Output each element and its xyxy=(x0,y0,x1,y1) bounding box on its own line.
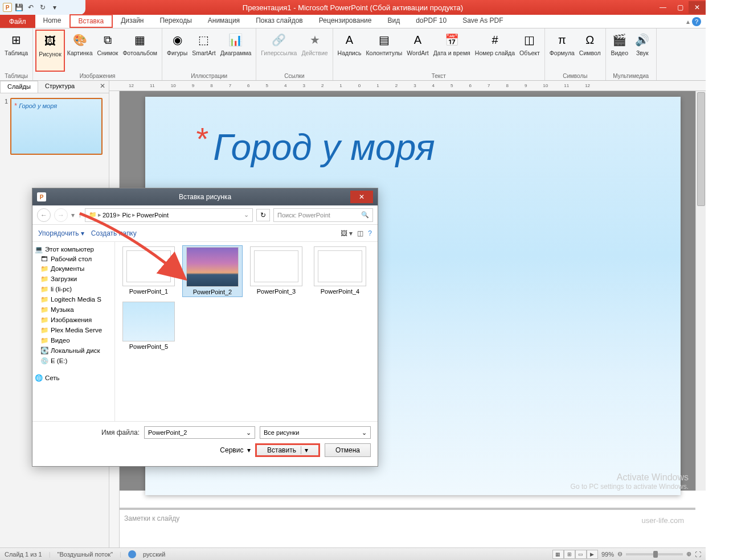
slide-thumbnail[interactable]: 1 * Город у моря xyxy=(5,98,104,155)
service-button[interactable]: Сервис ▾ xyxy=(220,446,251,454)
search-icon[interactable]: 🔍 xyxy=(361,211,369,219)
ribbon-номер-слайда-button[interactable]: #Номер слайда xyxy=(473,30,517,72)
ribbon-фигуры-button[interactable]: ◉Фигуры xyxy=(165,30,190,72)
maximize-button[interactable]: ▢ xyxy=(671,1,689,14)
nav-forward-button[interactable]: → xyxy=(54,208,68,222)
minimize-button[interactable]: — xyxy=(654,1,671,14)
tree-item[interactable]: 🌐Сеть xyxy=(32,373,114,383)
tab-slideshow[interactable]: Показ слайдов xyxy=(248,15,311,28)
file-list[interactable]: PowerPoint_1PowerPoint_2PowerPoint_3Powe… xyxy=(115,242,378,421)
dialog-titlebar[interactable]: P Вставка рисунка ✕ xyxy=(32,188,378,205)
scrollbar-thumb[interactable] xyxy=(697,92,705,206)
tab-saveaspdf[interactable]: Save As PDF xyxy=(454,15,511,28)
zoom-handle[interactable] xyxy=(653,551,658,558)
ribbon-колонтитулы-button[interactable]: ▤Колонтитулы xyxy=(363,30,404,72)
tab-animations[interactable]: Анимация xyxy=(200,15,248,28)
tab-dopdf[interactable]: doPDF 10 xyxy=(408,15,454,28)
ribbon-объект-button[interactable]: ◫Объект xyxy=(517,30,542,72)
normal-view-button[interactable]: ▦ xyxy=(552,550,564,559)
tab-view[interactable]: Вид xyxy=(379,15,408,28)
chevron-down-icon[interactable]: ▾ xyxy=(71,211,75,219)
ribbon-гиперссылка-button[interactable]: 🔗Гиперссылка xyxy=(259,30,299,72)
ribbon-видео-button[interactable]: 🎬Видео xyxy=(608,30,631,72)
reading-view-button[interactable]: ▭ xyxy=(575,550,587,559)
ribbon-wordart-button[interactable]: AWordArt xyxy=(404,30,431,72)
search-input[interactable]: Поиск: PowerPoint 🔍 xyxy=(273,208,373,222)
preview-pane-button[interactable]: ◫ xyxy=(357,229,363,237)
breadcrumb-item[interactable]: 2019 xyxy=(103,212,116,219)
ribbon-диаграмма-button[interactable]: 📊Диаграмма xyxy=(218,30,254,72)
undo-button[interactable]: ↶ xyxy=(26,2,36,13)
zoom-in-icon[interactable]: ⊕ xyxy=(686,550,691,558)
redo-button[interactable]: ↻ xyxy=(38,2,48,13)
tab-insert[interactable]: Вставка xyxy=(69,14,113,28)
status-language[interactable]: русский xyxy=(143,551,165,558)
nav-up-button[interactable]: ↑ xyxy=(78,211,81,219)
qat-more-button[interactable]: ▾ xyxy=(50,2,60,13)
tree-item[interactable]: 📁Музыка xyxy=(32,304,114,315)
panel-tab-slides[interactable]: Слайды xyxy=(0,81,38,93)
crumb-chevron-icon[interactable]: ▸ xyxy=(98,211,101,219)
breadcrumb-item[interactable]: Pic xyxy=(122,212,130,219)
tab-home[interactable]: Home xyxy=(35,15,69,28)
file-item[interactable]: PowerPoint_2 xyxy=(182,245,243,297)
dialog-help-icon[interactable]: ? xyxy=(368,229,372,237)
notes-pane[interactable]: Заметки к слайду user-life.com xyxy=(120,508,695,547)
zoom-level[interactable]: 99% xyxy=(601,551,614,558)
tab-design[interactable]: Дизайн xyxy=(113,15,151,28)
ribbon-таблица-button[interactable]: ⊞Таблица xyxy=(2,30,30,72)
slide-title-box[interactable]: * Город у моря xyxy=(196,126,658,168)
filename-input[interactable]: PowerPoint_2 ⌄ xyxy=(144,426,255,439)
tree-item[interactable]: 🗔Рабочий стол xyxy=(32,254,114,263)
help-icon[interactable]: ? xyxy=(692,17,701,26)
ribbon-minimize-icon[interactable]: ▴ xyxy=(686,18,690,26)
dropdown-icon[interactable]: ⌄ xyxy=(246,429,251,437)
insert-dropdown-icon[interactable]: ▾ xyxy=(301,446,308,454)
fit-window-icon[interactable]: ⛶ xyxy=(695,551,701,558)
ribbon-дата-и-время-button[interactable]: 📅Дата и время xyxy=(431,30,473,72)
organize-button[interactable]: Упорядочить ▾ xyxy=(38,229,84,237)
language-icon[interactable] xyxy=(128,550,136,558)
ribbon-картинка-button[interactable]: 🎨Картинка xyxy=(65,30,95,72)
ribbon-надпись-button[interactable]: AНадпись xyxy=(335,30,364,72)
nav-back-button[interactable]: ← xyxy=(37,208,51,222)
tree-item[interactable]: 📁Видео xyxy=(32,335,114,345)
panel-tab-outline[interactable]: Структура xyxy=(38,81,81,93)
slideshow-view-button[interactable]: ▶ xyxy=(587,550,598,559)
ribbon-действие-button[interactable]: ★Действие xyxy=(299,30,330,72)
crumb-dropdown-icon[interactable]: ⌄ xyxy=(244,211,249,219)
vertical-scrollbar[interactable] xyxy=(695,91,706,491)
tab-transitions[interactable]: Переходы xyxy=(151,15,199,28)
tree-item[interactable]: 💻Этот компьютер xyxy=(32,244,114,254)
save-button[interactable]: 💾 xyxy=(14,2,24,13)
ribbon-smartart-button[interactable]: ⬚SmartArt xyxy=(190,30,218,72)
file-item[interactable]: PowerPoint_5 xyxy=(118,300,179,351)
file-item[interactable]: PowerPoint_1 xyxy=(118,245,179,297)
tree-item[interactable]: 💽Локальный диск xyxy=(32,345,114,356)
tree-item[interactable]: 📁Logitech Media S xyxy=(32,294,114,304)
new-folder-button[interactable]: Создать папку xyxy=(91,229,137,237)
zoom-slider[interactable] xyxy=(626,553,683,555)
breadcrumb-item[interactable]: PowerPoint xyxy=(137,212,169,219)
tree-item[interactable]: 📁Изображения xyxy=(32,315,114,325)
file-item[interactable]: PowerPoint_4 xyxy=(310,245,370,297)
tab-review[interactable]: Рецензирование xyxy=(311,15,380,28)
ribbon-рисунок-button[interactable]: 🖼Рисунок xyxy=(35,30,65,72)
sorter-view-button[interactable]: ⊞ xyxy=(564,550,575,559)
tree-item[interactable]: 📁Plex Media Serve xyxy=(32,325,114,335)
ribbon-фотоальбом-button[interactable]: ▦Фотоальбом xyxy=(120,30,159,72)
refresh-button[interactable]: ↻ xyxy=(256,209,270,221)
ribbon-символ-button[interactable]: ΩСимвол xyxy=(577,30,603,72)
filter-select[interactable]: Все рисунки ⌄ xyxy=(260,426,371,439)
file-item[interactable]: PowerPoint_3 xyxy=(246,245,306,297)
close-button[interactable]: ✕ xyxy=(689,1,706,14)
panel-close-icon[interactable]: ✕ xyxy=(96,81,109,93)
tree-item[interactable]: 📁Документы xyxy=(32,263,114,274)
ribbon-звук-button[interactable]: 🔊Звук xyxy=(631,30,654,72)
dialog-close-button[interactable]: ✕ xyxy=(350,191,373,203)
ribbon-формула-button[interactable]: πФормула xyxy=(547,30,577,72)
file-tab[interactable]: Файл xyxy=(0,15,35,28)
tree-item[interactable]: 📁Загрузки xyxy=(32,274,114,284)
tree-item[interactable]: 📁li (li-pc) xyxy=(32,284,114,294)
crumb-chevron-icon[interactable]: ▸ xyxy=(117,211,121,219)
